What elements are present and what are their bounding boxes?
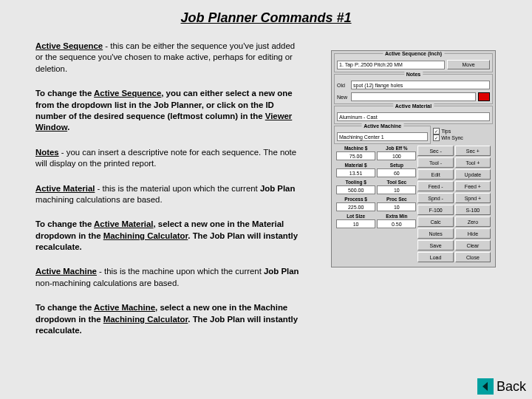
notes-section: Notes Old spot (12) flange holes New xyxy=(334,74,493,104)
page-title: Job Planner Commands #1 xyxy=(0,0,532,32)
active-sequence-dropdown[interactable]: 1. Tap P:.2500 Pitch:20 MM xyxy=(337,61,445,69)
clear-button[interactable]: Clear xyxy=(455,240,491,250)
new-label: New xyxy=(337,95,349,100)
job-eff-label: Job Eff % xyxy=(377,146,416,151)
tool-plus-button[interactable]: Tool + xyxy=(455,157,491,168)
spnd-minus-button[interactable]: Spnd - xyxy=(417,193,453,203)
old-label: Old xyxy=(337,83,349,88)
back-arrow-icon xyxy=(477,378,494,395)
setup-label: Setup xyxy=(377,163,416,168)
setup-field[interactable]: 60 xyxy=(377,168,416,177)
zero-button[interactable]: Zero xyxy=(455,216,491,227)
tool-sec-field[interactable]: 10 xyxy=(377,185,416,194)
move-button[interactable]: Move xyxy=(447,60,490,69)
lot-size-field[interactable]: 10 xyxy=(336,219,375,228)
tips-checkbox[interactable]: ✓Tips xyxy=(433,128,493,134)
machine-cost-label: Machine $ xyxy=(336,146,375,151)
feed-plus-button[interactable]: Feed + xyxy=(455,181,491,191)
active-sequence-label: Active Sequence (Inch) xyxy=(383,51,444,56)
body-text: Active Sequence - this can be either the… xyxy=(35,41,301,349)
hide-button[interactable]: Hide xyxy=(455,228,491,239)
process-cost-label: Process $ xyxy=(336,197,375,202)
process-cost-field[interactable]: 225.00 xyxy=(336,202,375,211)
feed-minus-button[interactable]: Feed - xyxy=(417,181,453,191)
load-button[interactable]: Load xyxy=(417,252,453,262)
notes-button[interactable]: Notes xyxy=(417,228,453,239)
lot-size-label: Lot Size xyxy=(336,214,375,219)
update-button[interactable]: Update xyxy=(455,169,491,180)
job-planner-panel: Active Sequence (Inch) 1. Tap P:.2500 Pi… xyxy=(331,50,496,267)
tooling-cost-label: Tooling $ xyxy=(336,180,375,185)
s100-button[interactable]: S-100 xyxy=(455,205,491,215)
svg-marker-0 xyxy=(482,382,488,391)
new-note-field[interactable] xyxy=(351,92,476,101)
spnd-plus-button[interactable]: Spnd + xyxy=(455,193,491,203)
job-eff-field[interactable]: 100 xyxy=(377,151,416,160)
active-machine-label: Active Machine xyxy=(361,123,403,129)
back-label: Back xyxy=(497,379,526,395)
f100-button[interactable]: F-100 xyxy=(417,205,453,215)
extra-min-field[interactable]: 0.50 xyxy=(377,219,416,228)
calc-button[interactable]: Calc xyxy=(417,216,453,227)
active-material-label: Active Material xyxy=(393,103,434,109)
close-button[interactable]: Close xyxy=(455,252,491,262)
material-cost-field[interactable]: 13.51 xyxy=(336,168,375,177)
tooling-cost-field[interactable]: 500.00 xyxy=(336,185,375,194)
extra-min-label: Extra Min xyxy=(377,214,416,219)
active-material-section: Active Material Aluminum - Cast xyxy=(334,106,493,124)
active-material-field[interactable]: Aluminum - Cast xyxy=(337,112,490,121)
proc-sec-label: Proc Sec xyxy=(377,197,416,202)
sec-plus-button[interactable]: Sec + xyxy=(455,146,491,156)
save-button[interactable]: Save xyxy=(417,240,453,250)
material-cost-label: Material $ xyxy=(336,163,375,168)
notes-label: Notes xyxy=(404,72,423,77)
back-link[interactable]: Back xyxy=(477,378,526,395)
active-machine-section: Active Machine Machining Center 1 xyxy=(334,126,431,144)
sec-minus-button[interactable]: Sec - xyxy=(417,146,453,156)
machine-cost-field[interactable]: 75.00 xyxy=(336,151,375,160)
active-sequence-section: Active Sequence (Inch) 1. Tap P:.2500 Pi… xyxy=(334,53,493,72)
tool-minus-button[interactable]: Tool - xyxy=(417,157,453,168)
active-machine-field[interactable]: Machining Center 1 xyxy=(337,132,428,141)
edit-button[interactable]: Edit xyxy=(417,169,453,180)
proc-sec-field[interactable]: 10 xyxy=(377,202,416,211)
old-note-field[interactable]: spot (12) flange holes xyxy=(351,81,490,89)
color-swatch[interactable] xyxy=(478,92,490,101)
tool-sec-label: Tool Sec xyxy=(377,180,416,185)
winsync-checkbox[interactable]: ✓Win Sync xyxy=(433,134,493,141)
